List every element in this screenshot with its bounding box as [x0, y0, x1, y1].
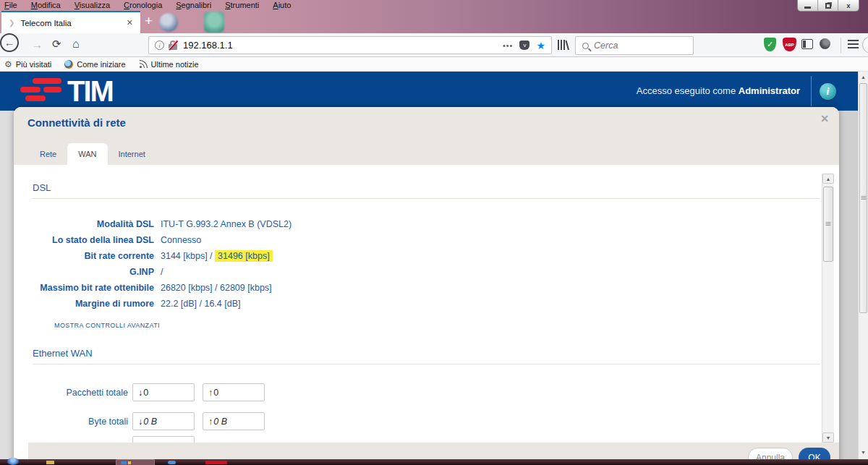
- show-advanced-controls-link[interactable]: MOSTRA CONTROLLI AVANZATI: [54, 322, 160, 329]
- scroll-up-button[interactable]: ▲: [822, 174, 834, 184]
- tab-wan[interactable]: WAN: [67, 143, 107, 165]
- upload-arrow-icon: ↑: [208, 417, 213, 427]
- menu-help[interactable]: Aiuto: [273, 1, 291, 11]
- taskbar-icon[interactable]: [205, 461, 227, 464]
- adblock-shield-icon[interactable]: ✓: [764, 38, 776, 51]
- bytes-down-field[interactable]: ↓0 B: [132, 412, 195, 430]
- field-label: Margine di rumore: [14, 299, 154, 309]
- url-text[interactable]: 192.168.1.1: [183, 40, 503, 51]
- taskbar-icon[interactable]: [46, 461, 54, 464]
- insecure-lock-icon[interactable]: [169, 40, 177, 50]
- taskbar-icon[interactable]: [168, 461, 176, 464]
- site-header: TIM Accesso eseguito come Administrator …: [0, 72, 858, 111]
- menu-edit[interactable]: Modifica: [31, 1, 61, 11]
- close-button[interactable]: x: [838, 0, 859, 11]
- page-info-icon[interactable]: i: [155, 40, 164, 50]
- field-value: 0: [143, 388, 148, 398]
- search-box[interactable]: Cerca: [575, 36, 694, 55]
- menu-view[interactable]: Visualizza: [75, 1, 110, 11]
- minimize-button[interactable]: [798, 0, 818, 11]
- bookmark-latest-news[interactable]: Ultime notizie: [139, 60, 199, 69]
- sidebar-toggle-icon[interactable]: [801, 39, 813, 49]
- tim-logo-text: TIM: [67, 78, 113, 104]
- toolbar-separator: [841, 38, 841, 53]
- taskbar-active-app[interactable]: [116, 459, 155, 465]
- tab-rete[interactable]: Rete: [29, 143, 67, 165]
- abp-label: ABP: [785, 43, 794, 47]
- new-tab-button[interactable]: +: [145, 13, 153, 29]
- modal-header: Connettività di rete ✕ Rete WAN Internet: [14, 107, 839, 165]
- search-placeholder[interactable]: Cerca: [594, 40, 618, 51]
- download-arrow-icon: ↓: [138, 388, 142, 398]
- minimize-icon: [804, 7, 811, 9]
- menu-history[interactable]: Cronologia: [124, 1, 162, 11]
- row-ginp: G.INP /: [14, 264, 839, 280]
- field-label: Lo stato della linea DSL: [14, 235, 154, 245]
- bitrate-up-highlighted: 31496 [kbps]: [215, 250, 273, 262]
- window-titlebar: File Modifica Visualizza Cronologia Segn…: [0, 0, 868, 33]
- header-separator: [811, 76, 812, 106]
- packets-down-field[interactable]: ↓0: [132, 383, 195, 401]
- packets-up-field[interactable]: ↑0: [203, 383, 265, 401]
- row-dsl-line-status: Lo stato della linea DSL Connesso: [14, 232, 839, 248]
- page-actions-icon[interactable]: •••: [503, 41, 514, 50]
- bookmark-star-icon[interactable]: ★: [536, 40, 545, 51]
- home-button[interactable]: ⌂: [72, 38, 80, 51]
- info-icon[interactable]: i: [820, 83, 836, 100]
- url-bar[interactable]: i 192.168.1.1 ••• v ★: [148, 36, 552, 54]
- pocket-icon[interactable]: v: [519, 40, 529, 50]
- windows-taskbar[interactable]: [0, 459, 868, 465]
- bytes-up-field[interactable]: ↑0 B: [203, 412, 265, 430]
- navigation-toolbar: ← → ⟳ ⌂ i 192.168.1.1 ••• v ★ Cerca ✓ AB…: [0, 33, 868, 57]
- library-icon[interactable]: [557, 39, 569, 51]
- forward-button[interactable]: →: [32, 38, 43, 51]
- bookmark-getting-started[interactable]: Come iniziare: [64, 60, 125, 69]
- maximize-button[interactable]: [818, 0, 838, 11]
- gear-icon: ⚙: [4, 59, 12, 69]
- field-value: 0 B: [143, 417, 157, 427]
- scroll-down-icon: ▼: [861, 450, 866, 455]
- menu-file[interactable]: File: [4, 1, 17, 11]
- reload-button[interactable]: ⟳: [52, 38, 61, 51]
- modal-scrollbar-thumb[interactable]: [823, 187, 833, 262]
- field-value: 22.2 [dB] / 16.4 [dB]: [161, 299, 241, 309]
- start-button[interactable]: [7, 458, 19, 465]
- field-value: 26820 [kbps] / 62809 [kbps]: [161, 283, 272, 293]
- check-icon: ✓: [767, 40, 773, 49]
- browser-scrollbar[interactable]: ▲ ▼: [858, 72, 868, 459]
- tab-internet[interactable]: Internet: [108, 143, 156, 165]
- row-total-bytes: Byte totali ↓0 B ↑0 B: [14, 412, 839, 430]
- back-button[interactable]: ←: [0, 33, 19, 52]
- hamburger-menu-button[interactable]: [848, 40, 859, 51]
- scroll-up-icon: ▲: [861, 74, 866, 80]
- scroll-down-button[interactable]: ▼: [859, 447, 868, 458]
- partial-input-field[interactable]: [132, 436, 195, 443]
- bookmark-most-visited[interactable]: ⚙ Più visitati: [4, 59, 51, 69]
- tab-favicon-icon: ❯: [9, 19, 14, 27]
- login-prefix: Accesso eseguito come: [637, 85, 736, 96]
- browser-scrollbar-thumb[interactable]: [859, 83, 867, 313]
- menu-tools[interactable]: Strumenti: [225, 1, 259, 11]
- maximize-icon: [825, 3, 831, 9]
- menu-bookmarks[interactable]: Segnalibri: [176, 1, 211, 11]
- field-label: Pacchetti totale: [14, 388, 128, 398]
- modal-tabs: Rete WAN Internet: [29, 143, 156, 165]
- modal-scrollbar[interactable]: ▲ ▼: [822, 174, 834, 443]
- firefox-icon: [64, 60, 73, 69]
- scroll-up-icon: ▲: [826, 176, 831, 182]
- window-controls: x: [797, 0, 859, 12]
- menubar: File Modifica Visualizza Cronologia Segn…: [4, 1, 291, 11]
- modal-close-icon[interactable]: ✕: [820, 113, 829, 124]
- scroll-down-button[interactable]: ▼: [822, 432, 834, 443]
- modal-title: Connettività di rete: [27, 116, 126, 129]
- adblock-plus-icon[interactable]: ABP: [783, 38, 796, 51]
- field-label: Massimo bit rate ottenibile: [14, 283, 154, 293]
- close-icon: x: [846, 2, 850, 9]
- browser-tab[interactable]: ❯ Telecom Italia ✕: [1, 11, 140, 33]
- scroll-up-button[interactable]: ▲: [859, 72, 868, 82]
- back-icon: ←: [4, 37, 14, 48]
- desktop-icon-blob: [159, 13, 178, 32]
- tab-close-icon[interactable]: ✕: [127, 18, 133, 27]
- overflow-button[interactable]: [862, 36, 868, 54]
- extension-cookie-icon[interactable]: [820, 38, 830, 49]
